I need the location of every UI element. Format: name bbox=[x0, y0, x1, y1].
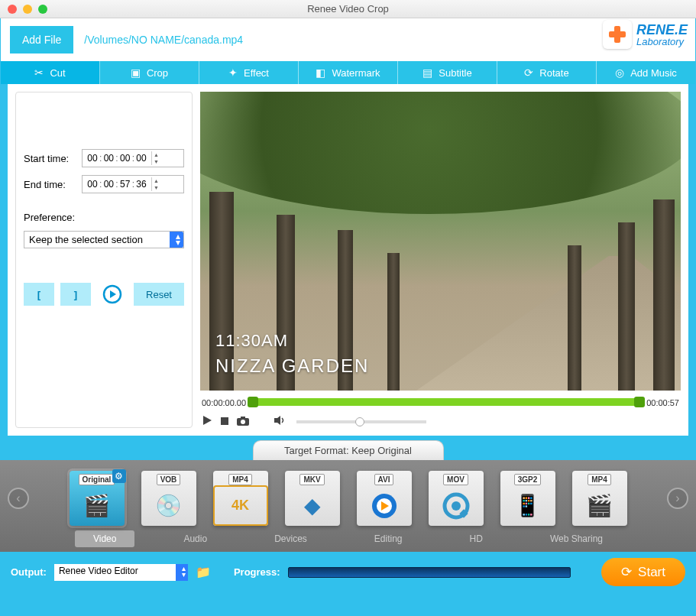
tab-rotate[interactable]: ⟳Rotate bbox=[497, 61, 597, 84]
preference-select[interactable]: Keep the selected section ▴▾ bbox=[24, 231, 184, 248]
chevron-updown-icon: ▴▾ bbox=[176, 233, 180, 245]
start-button[interactable]: ⟳ Start bbox=[601, 558, 685, 586]
tab-cut[interactable]: ✂Cut bbox=[1, 61, 100, 84]
timeline-handle-end[interactable] bbox=[634, 397, 645, 407]
wmp-icon bbox=[357, 485, 412, 526]
video-preview[interactable]: 11:30AM NIZZA GARDEN bbox=[200, 92, 681, 391]
cut-panel: Start time: 00: 00: 00: 00 ▲▼ End time: … bbox=[15, 92, 193, 428]
format-badge: 3GP2 bbox=[514, 474, 542, 485]
format-card-mov[interactable]: MOV bbox=[429, 471, 484, 526]
tab-subtitle[interactable]: ▤Subtitle bbox=[398, 61, 497, 84]
tab-watermark-label: Watermark bbox=[332, 67, 380, 79]
output-select[interactable]: Renee Video Editor ▴▾ bbox=[54, 564, 188, 581]
format-card-avi[interactable]: AVI bbox=[357, 471, 412, 526]
window-titlebar: Renee Video Crop bbox=[0, 0, 696, 18]
stop-icon bbox=[220, 417, 229, 426]
window-title: Renee Video Crop bbox=[0, 3, 696, 15]
4k-icon: 4K bbox=[213, 485, 268, 526]
mark-in-button[interactable]: [ bbox=[24, 283, 54, 306]
tab-add-music-label: Add Music bbox=[630, 67, 677, 79]
preview-play-button[interactable] bbox=[97, 283, 128, 306]
spinner-icon[interactable]: ▲▼ bbox=[151, 151, 160, 165]
subtitle-icon: ▤ bbox=[422, 66, 432, 79]
format-card-original[interactable]: ⚙ Original 🎬 bbox=[70, 471, 125, 526]
play-button[interactable] bbox=[202, 415, 212, 428]
tab-watermark[interactable]: ◧Watermark bbox=[299, 61, 398, 84]
preference-value: Keep the selected section bbox=[29, 234, 143, 245]
format-card-mkv[interactable]: MKV ◆ bbox=[285, 471, 340, 526]
tab-cut-label: Cut bbox=[50, 67, 65, 79]
mark-out-button[interactable]: ] bbox=[60, 283, 91, 306]
tab-subtitle-label: Subtitle bbox=[439, 67, 471, 79]
tab-rotate-label: Rotate bbox=[539, 67, 568, 79]
tab-add-music[interactable]: ◎Add Music bbox=[597, 61, 695, 84]
format-card-mp4[interactable]: MP4 🎬 bbox=[572, 471, 627, 526]
reset-button[interactable]: Reset bbox=[134, 283, 184, 306]
close-window-button[interactable] bbox=[8, 5, 17, 14]
format-badge: MP4 bbox=[588, 474, 611, 485]
category-video[interactable]: Video bbox=[75, 530, 134, 547]
volume-button[interactable] bbox=[274, 415, 286, 428]
volume-thumb[interactable] bbox=[355, 417, 364, 426]
phone-icon: 📱 bbox=[500, 485, 555, 526]
timeline-end-label: 00:00:57 bbox=[646, 398, 679, 407]
maximize-window-button[interactable] bbox=[38, 5, 47, 14]
format-section: Target Format: Keep Original ‹ ⚙ Origina… bbox=[0, 440, 696, 552]
logo-line1: RENE.E bbox=[636, 23, 688, 37]
progress-label: Progress: bbox=[234, 566, 280, 578]
svg-point-5 bbox=[241, 420, 245, 424]
file-path: /Volumes/NO NAME/canada.mp4 bbox=[84, 34, 243, 46]
film-icon: 🎬 bbox=[572, 485, 627, 526]
matroska-icon: ◆ bbox=[285, 485, 340, 526]
format-badge: MP4 bbox=[228, 474, 252, 485]
svg-marker-1 bbox=[110, 290, 116, 298]
format-badge: MOV bbox=[443, 474, 468, 485]
spinner-icon[interactable]: ▲▼ bbox=[151, 177, 160, 191]
overlay-time: 11:30AM bbox=[215, 331, 288, 351]
refresh-icon: ⟳ bbox=[621, 564, 632, 580]
volume-slider[interactable] bbox=[296, 420, 426, 423]
end-time-input[interactable]: 00: 00: 57: 36 ▲▼ bbox=[82, 175, 184, 193]
gear-icon[interactable]: ⚙ bbox=[112, 469, 126, 483]
format-badge: Original bbox=[79, 474, 115, 485]
timeline-track[interactable] bbox=[251, 397, 642, 409]
add-file-button[interactable]: Add File bbox=[10, 26, 73, 53]
category-editing[interactable]: Editing bbox=[356, 530, 421, 547]
carousel-prev-button[interactable]: ‹ bbox=[8, 488, 29, 509]
category-web[interactable]: Web Sharing bbox=[532, 530, 621, 547]
preference-label: Preference: bbox=[24, 212, 184, 223]
format-badge: MKV bbox=[299, 474, 324, 485]
workspace: Start time: 00: 00: 00: 00 ▲▼ End time: … bbox=[8, 84, 688, 436]
stop-button[interactable] bbox=[220, 416, 229, 428]
sparkle-icon: ✦ bbox=[228, 66, 238, 79]
format-card-vob[interactable]: VOB 💿 bbox=[141, 471, 196, 526]
tab-crop[interactable]: ▣Crop bbox=[100, 61, 199, 84]
timeline-handle-start[interactable] bbox=[248, 397, 258, 407]
play-icon bbox=[202, 415, 212, 426]
music-icon: ◎ bbox=[615, 66, 624, 79]
start-button-label: Start bbox=[638, 565, 665, 580]
footer-bar: Output: Renee Video Editor ▴▾ 📁 Progress… bbox=[0, 552, 696, 592]
end-time-label: End time: bbox=[24, 179, 77, 190]
category-devices[interactable]: Devices bbox=[256, 530, 325, 547]
snapshot-button[interactable] bbox=[237, 416, 249, 428]
droplet-icon: ◧ bbox=[316, 66, 325, 79]
category-hd[interactable]: HD bbox=[452, 530, 501, 547]
preview-area: 11:30AM NIZZA GARDEN 00:00:00.00 00:00:5… bbox=[200, 92, 681, 428]
chevron-updown-icon: ▴▾ bbox=[182, 566, 186, 578]
svg-rect-6 bbox=[241, 417, 245, 419]
format-badge: VOB bbox=[157, 474, 181, 485]
play-circle-icon bbox=[102, 284, 122, 304]
carousel-next-button[interactable]: › bbox=[667, 488, 688, 509]
camera-icon bbox=[237, 417, 249, 426]
start-time-input[interactable]: 00: 00: 00: 00 ▲▼ bbox=[82, 149, 184, 167]
format-card-mp4-4k[interactable]: MP4 4K bbox=[213, 471, 268, 526]
format-card-3gp2[interactable]: 3GP2 📱 bbox=[500, 471, 555, 526]
main-toolbar: ✂Cut ▣Crop ✦Effect ◧Watermark ▤Subtitle … bbox=[1, 61, 695, 84]
folder-icon[interactable]: 📁 bbox=[196, 565, 211, 579]
logo-line2: Laboratory bbox=[636, 37, 688, 47]
tab-effect[interactable]: ✦Effect bbox=[199, 61, 299, 84]
category-audio[interactable]: Audio bbox=[165, 530, 225, 547]
minimize-window-button[interactable] bbox=[23, 5, 32, 14]
svg-rect-3 bbox=[221, 417, 228, 425]
